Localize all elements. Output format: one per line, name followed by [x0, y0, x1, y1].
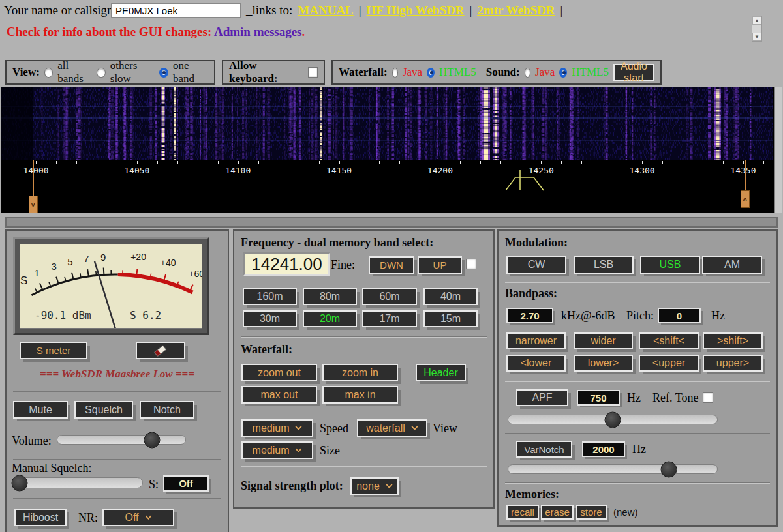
bandpass-lower-right-button[interactable]: lower> [574, 355, 633, 372]
waterfall-position-bar[interactable] [5, 217, 778, 228]
band-button-17m[interactable]: 17m [362, 310, 417, 327]
bandpass-narrower-button[interactable]: narrower [506, 332, 566, 349]
waterfall-zoom-in-button[interactable]: zoom in [322, 364, 398, 381]
radio-sound-html5[interactable] [559, 68, 567, 78]
header-scrollbar[interactable]: ▲ ▼ [752, 16, 762, 42]
manual-squelch-slider[interactable] [12, 477, 143, 488]
band-button-20m[interactable]: 20m [303, 310, 357, 327]
apf-button[interactable]: APF [516, 389, 568, 406]
band-button-30m[interactable]: 30m [243, 310, 297, 327]
radio-one-band[interactable] [159, 68, 168, 78]
waterfall-speed-select[interactable]: medium [241, 419, 313, 437]
waterfall-zoom-out-button[interactable]: zoom out [241, 364, 317, 381]
volume-slider-thumb[interactable] [144, 432, 161, 448]
freq-tick [500, 161, 501, 164]
mute-button[interactable]: Mute [13, 401, 68, 419]
waterfall-view-select[interactable]: waterfall [357, 419, 427, 437]
radio-others-slow[interactable] [97, 68, 105, 78]
link-manual[interactable]: MANUAL [298, 3, 354, 18]
pitch-display[interactable]: 0 [658, 308, 701, 323]
waterfall-max-in-button[interactable]: max in [322, 386, 398, 404]
chevron-down-icon [386, 484, 393, 488]
mode-usb-button[interactable]: USB [640, 256, 700, 274]
smeter-scale-label: 5 [67, 256, 72, 267]
bandpass-wider-button[interactable]: wider [574, 332, 633, 349]
varnotch-slider[interactable] [508, 464, 718, 474]
smeter-labels: 13579+20+40+60SdB [20, 252, 202, 288]
band-button-160m[interactable]: 160m [243, 288, 297, 305]
fine-checkbox[interactable] [466, 259, 476, 269]
sound-radio-label: Sound: [486, 66, 520, 79]
frequency-display[interactable]: 14241.00 [243, 252, 330, 276]
link-hf-high-websdr[interactable]: HF High WebSDR [367, 3, 465, 18]
fine-up-button[interactable]: UP [418, 256, 462, 274]
smeter-audio-panel: 13579+20+40+60SdB -90.1 dBm S 6.2 S mete… [5, 229, 229, 532]
apf-slider[interactable] [508, 415, 718, 424]
admin-messages-link[interactable]: Admin messages [214, 25, 302, 38]
waterfall-spectrogram[interactable] [1, 87, 773, 160]
link-2mtr-websdr[interactable]: 2mtr WebSDR [477, 3, 555, 18]
band-end-marker-handle[interactable]: < [741, 190, 750, 208]
scroll-up-icon[interactable]: ▲ [752, 16, 761, 25]
mode-lsb-button[interactable]: LSB [574, 256, 634, 274]
varnotch-value-display[interactable]: 2000 [582, 441, 625, 457]
bandpass-lower-left-button[interactable]: <lower [506, 355, 566, 372]
radio-sound-java[interactable] [525, 68, 530, 78]
waterfall-size-select[interactable]: medium [241, 441, 313, 459]
bandpass-shift-left-button[interactable]: <shift< [639, 332, 699, 349]
varnotch-button[interactable]: VarNotch [516, 441, 572, 458]
frequency-panel: Frequency - dual memory band select: 142… [233, 229, 495, 509]
waterfall-scrollbar[interactable] [774, 87, 782, 213]
apf-slider-thumb[interactable] [605, 411, 621, 428]
hiboost-button[interactable]: Hiboost [14, 509, 67, 526]
band-start-marker-handle[interactable]: > [29, 196, 38, 213]
bandpass-shift-right-button[interactable]: >shift> [703, 332, 763, 349]
all-bands-label: all bands [57, 59, 92, 85]
station-name: === WebSDR Maasbree Low === [7, 368, 228, 381]
mode-cw-button[interactable]: CW [506, 256, 566, 274]
freq-tick-label: 14000 [23, 166, 48, 175]
chevron-down-icon [295, 448, 302, 452]
smeter-button[interactable]: S meter [20, 342, 87, 359]
bandpass-width-display[interactable]: 2.70 [506, 308, 553, 323]
waterfall-header-button[interactable]: Header [416, 364, 466, 381]
mode-am-button[interactable]: AM [702, 256, 762, 274]
band-button-80m[interactable]: 80m [303, 288, 357, 305]
band-button-40m[interactable]: 40m [423, 288, 478, 305]
radio-waterfall-html5[interactable] [427, 68, 435, 78]
freq-tick [440, 161, 440, 164]
bandpass-upper-left-button[interactable]: <upper [639, 355, 699, 372]
manual-squelch-thumb[interactable] [11, 475, 27, 491]
smeter-clear-button[interactable] [136, 342, 185, 359]
waterfall-html5-label: HTML5 [439, 66, 476, 79]
nr-select[interactable]: Off [102, 509, 174, 526]
scroll-down-icon[interactable]: ▼ [752, 33, 761, 41]
signal-plot-select[interactable]: none [350, 477, 399, 495]
radio-waterfall-java[interactable] [392, 68, 398, 78]
ref-tone-checkbox[interactable] [703, 392, 713, 403]
memory-store-button[interactable]: store [576, 505, 607, 520]
band-button-60m[interactable]: 60m [362, 288, 417, 305]
divider [505, 282, 770, 282]
freq-tick [480, 161, 481, 164]
notch-button[interactable]: Notch [140, 401, 194, 419]
fine-label: Fine: [331, 258, 355, 272]
varnotch-slider-thumb[interactable] [661, 461, 677, 477]
freq-tick [521, 161, 521, 164]
apf-value-display[interactable]: 750 [577, 390, 620, 406]
bandpass-upper-right-button[interactable]: upper> [703, 355, 763, 372]
link-separator: | [560, 3, 562, 18]
volume-slider[interactable] [57, 435, 186, 445]
freq-tick [137, 161, 138, 164]
audio-start-button[interactable]: Audio start [613, 64, 654, 81]
squelch-button[interactable]: Squelch [74, 401, 133, 419]
allow-keyboard-checkbox[interactable] [308, 67, 318, 78]
fine-down-button[interactable]: DWN [369, 256, 414, 274]
memory-erase-button[interactable]: erase [541, 505, 574, 520]
waterfall-max-out-button[interactable]: max out [241, 386, 317, 404]
band-button-15m[interactable]: 15m [423, 310, 478, 327]
view-options-box: View: all bands others slow one band [5, 60, 215, 85]
radio-all-bands[interactable] [44, 68, 53, 78]
memory-recall-button[interactable]: recall [506, 505, 539, 520]
callsign-input[interactable] [111, 3, 241, 18]
